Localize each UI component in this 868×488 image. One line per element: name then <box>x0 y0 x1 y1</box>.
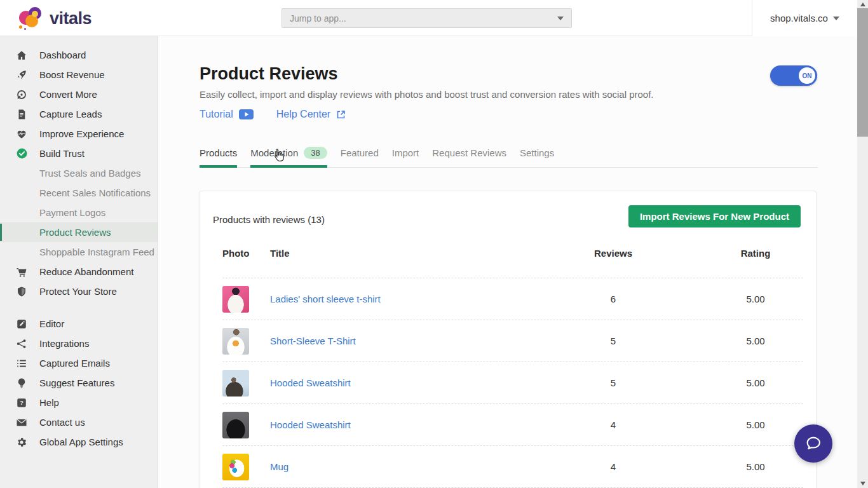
scrollbar-thumb[interactable] <box>857 8 868 137</box>
product-title-link[interactable]: Mug <box>270 461 566 472</box>
envelope-icon <box>15 416 28 429</box>
support-chat-button[interactable] <box>794 424 832 463</box>
chevron-down-icon <box>557 17 564 20</box>
scrollbar-down-arrow[interactable] <box>857 479 868 488</box>
page-subtitle: Easily collect, import and display revie… <box>200 89 654 100</box>
doc-links-row: Tutorial Help Center <box>200 109 346 120</box>
tab-moderation[interactable]: Moderation 38 <box>250 143 327 167</box>
reviews-count: 4 <box>566 461 661 472</box>
product-title-link[interactable]: Hooded Sweatshirt <box>270 419 566 430</box>
heart-pulse-icon <box>15 128 28 140</box>
vitals-logo-text: vitals <box>50 9 92 29</box>
share-nodes-icon <box>15 337 28 350</box>
vitals-logo-icon <box>18 6 43 31</box>
product-title-link[interactable]: Ladies' short sleeve t-shirt <box>270 294 566 304</box>
table-row: Hooded Sweatshirt 5 5.00 <box>222 362 803 404</box>
sidebar-item-product-reviews[interactable]: Product Reviews <box>0 222 158 242</box>
reviews-count: 5 <box>566 377 661 388</box>
table-row: Mug 4 5.00 <box>222 446 803 488</box>
chat-bubble-icon <box>804 435 822 452</box>
home-icon <box>15 49 28 62</box>
sidebar-item-reduce-abandonment[interactable]: Reduce Abandonment <box>0 262 158 281</box>
top-bar: vitals Jump to app... shop.vitals.co <box>0 0 868 36</box>
product-title-link[interactable]: Hooded Sweatshirt <box>270 377 566 388</box>
sidebar-item-trust-seals-and-badges[interactable]: Trust Seals and Badges <box>0 163 158 183</box>
tabs-bar: Products Moderation 38 Featured Import R… <box>200 143 818 168</box>
products-with-reviews-panel: Products with reviews (13) Import Review… <box>199 191 817 488</box>
sidebar-item-captured-emails[interactable]: Captured Emails <box>0 353 158 373</box>
page-scrollbar[interactable] <box>857 0 868 488</box>
scrollbar-up-arrow[interactable] <box>857 0 868 9</box>
shield-icon <box>15 285 28 298</box>
tab-request-reviews[interactable]: Request Reviews <box>432 143 506 167</box>
help-center-link[interactable]: Help Center <box>276 109 346 120</box>
question-square-icon: ? <box>15 396 28 409</box>
panel-heading: Products with reviews (13) <box>213 214 325 225</box>
sidebar-item-capture-leads[interactable]: Capture Leads <box>0 104 158 124</box>
reviews-count: 4 <box>566 419 661 430</box>
product-title-link[interactable]: Short-Sleeve T-Shirt <box>270 336 566 346</box>
rating-value: 5.00 <box>708 419 803 430</box>
store-selector[interactable]: shop.vitals.co <box>752 0 857 36</box>
vitals-logo[interactable]: vitals <box>18 6 92 31</box>
main-content: Product Reviews Easily collect, import a… <box>159 36 857 488</box>
sidebar-item-integrations[interactable]: Integrations <box>0 334 158 353</box>
tab-featured[interactable]: Featured <box>341 143 379 167</box>
sidebar-item-build-trust[interactable]: Build Trust <box>0 144 158 163</box>
sidebar-item-convert-more[interactable]: Convert More <box>0 85 158 104</box>
import-reviews-button[interactable]: Import Reviews For New Product <box>628 205 801 227</box>
column-header-rating: Rating <box>708 248 803 259</box>
rocket-icon <box>15 69 28 81</box>
feature-toggle[interactable]: ON <box>770 65 817 86</box>
table-row: Ladies' short sleeve t-shirt 6 5.00 <box>222 278 803 320</box>
toggle-knob: ON <box>799 67 815 84</box>
table-row: Hooded Sweatshirt 4 5.00 <box>222 404 803 446</box>
sidebar-item-help[interactable]: ? Help <box>0 393 158 412</box>
product-photo[interactable] <box>222 286 249 313</box>
tab-products[interactable]: Products <box>200 143 237 167</box>
sidebar-item-contact-us[interactable]: Contact us <box>0 412 158 432</box>
sidebar-item-recent-sales-notifications[interactable]: Recent Sales Notifications <box>0 183 158 203</box>
rating-value: 5.00 <box>708 336 803 346</box>
sidebar-item-payment-logos[interactable]: Payment Logos <box>0 203 158 222</box>
sidebar-section-gap <box>0 301 158 314</box>
product-photo[interactable] <box>222 370 249 396</box>
column-header-title: Title <box>270 248 566 259</box>
rating-value: 5.00 <box>708 461 803 472</box>
reviews-count: 6 <box>566 294 661 304</box>
table-header-row: Photo Title Reviews Rating <box>222 248 803 278</box>
rating-value: 5.00 <box>708 377 803 388</box>
lightbulb-icon <box>15 377 28 390</box>
svg-text:?: ? <box>20 400 24 406</box>
sidebar-item-global-app-settings[interactable]: Global App Settings <box>0 432 158 452</box>
sidebar-item-shoppable-instagram-feed[interactable]: Shoppable Instagram Feed <box>0 242 158 262</box>
sidebar-item-boost-revenue[interactable]: Boost Revenue <box>0 65 158 85</box>
gear-icon <box>15 436 28 449</box>
chevron-down-icon <box>833 17 839 20</box>
document-icon <box>15 108 28 121</box>
sidebar-item-dashboard[interactable]: Dashboard <box>0 45 158 65</box>
product-photo[interactable] <box>222 454 249 480</box>
jump-to-app-select[interactable]: Jump to app... <box>281 8 572 28</box>
sidebar-item-suggest-features[interactable]: Suggest Features <box>0 373 158 393</box>
external-link-icon <box>336 110 346 119</box>
youtube-icon <box>239 109 254 119</box>
tab-settings[interactable]: Settings <box>520 143 554 167</box>
sidebar: Dashboard Boost Revenue Convert More Cap… <box>0 36 158 488</box>
store-name: shop.vitals.co <box>770 13 828 24</box>
jump-to-app-placeholder: Jump to app... <box>290 13 557 24</box>
target-icon <box>15 88 28 101</box>
badge-check-icon <box>15 147 28 160</box>
product-photo[interactable] <box>222 328 249 355</box>
tutorial-link[interactable]: Tutorial <box>200 109 254 120</box>
product-photo[interactable] <box>222 412 249 438</box>
tab-import[interactable]: Import <box>392 143 419 167</box>
sidebar-item-improve-experience[interactable]: Improve Experience <box>0 124 158 144</box>
reviews-count: 5 <box>566 336 661 346</box>
table-row: Short-Sleeve T-Shirt 5 5.00 <box>222 320 803 362</box>
moderation-count-badge: 38 <box>304 147 327 159</box>
column-header-reviews: Reviews <box>566 248 661 259</box>
sidebar-item-protect-your-store[interactable]: Protect Your Store <box>0 281 158 301</box>
sidebar-item-editor[interactable]: Editor <box>0 314 158 334</box>
page-title: Product Reviews <box>200 64 338 84</box>
